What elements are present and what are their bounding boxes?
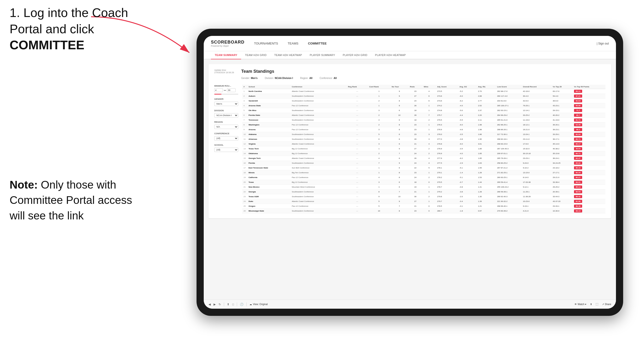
cell-avg-sg: -4.6 [458,127,476,132]
sub-nav-team-h2h-grid[interactable]: TEAM H2H GRID [241,51,270,59]
filter-conference-select[interactable]: (All) [214,136,238,141]
cell-wins: 2 [422,194,436,199]
cell-school: Florida [247,161,290,166]
cell-no-tour: 9 [390,94,408,99]
cell-reg-rank: — [346,99,368,103]
update-time-label: Update time: 27/03/2024 16:56:26 [214,69,234,74]
cell-wins: 2 [422,147,436,151]
cell-conf-rank: 4 [368,175,390,180]
sign-out[interactable]: | Sign out [597,42,609,45]
sub-nav-team-h2h-heatmap[interactable]: TEAM H2H HEATMAP [270,51,306,59]
cell-adj-score: 274.2 [436,103,458,108]
cell-conf-rank: 3 [368,127,390,132]
toolbar-right: 👁 Watch ▾ ⬆ ⛶ ↗ Share [574,303,611,306]
table-row: 18 Illinois Big Ten Conference — 1 8 23 … [242,170,606,175]
nav-committee[interactable]: COMMITTEE [308,41,327,46]
filter-range-separator: – [224,88,226,92]
cell-adj-score: 277.9 [436,156,458,161]
cell-rnds: 23 [408,123,422,127]
region-label: Region: [300,77,308,79]
cell-avg-sg: -3.5 [458,132,476,137]
cell-points: 80.94 [572,132,606,137]
cell-adj-score: 275.7 [436,113,458,118]
cell-low-score: 268 83-15-0 [496,142,522,147]
cell-wins: 3 [422,132,436,137]
cell-wins: 0 [422,204,436,209]
cell-school: Arkansas [247,137,290,142]
table-row: 11 Arkansas Southeastern Conference — 6 … [242,137,606,142]
cell-rank: 10 [242,132,247,137]
sub-nav-player-summary[interactable]: PLAYER SUMMARY [306,51,339,59]
cell-overall: 23-23-1 [522,156,551,161]
view-original-button[interactable]: ☁ View: Original [250,303,268,306]
cell-points: 80.27 [572,175,606,180]
cell-vs25: 43-23-1 [551,103,572,108]
cell-wins: 3 [422,137,436,142]
cell-wins: 0 [422,209,436,213]
cell-rank: 14 [242,151,247,156]
nav-teams[interactable]: TEAMS [288,41,298,46]
cell-reg-rank: — [346,204,368,209]
table-row: 2 Auburn Southeastern Conference — 1 9 2… [242,94,606,99]
cell-no-tour: 9 [390,103,408,108]
col-low-score: Low Score [496,85,522,89]
cell-avg-rd: 1.44 [476,180,496,185]
cell-vs25: 39-6-0 [551,99,572,103]
cell-avg-sg: -6.2 [458,99,476,103]
nav-tournaments[interactable]: TOURNAMENTS [254,41,278,46]
cell-vs25: 41-19-0 [551,118,572,123]
filter-group-division: Division NCAA Division I [214,109,238,118]
cell-conference: Big 12 Conference [290,180,346,185]
sub-nav: TEAM SUMMARY TEAM H2H GRID TEAM H2H HEAT… [204,51,616,59]
share-button[interactable]: ↗ Share [602,303,611,306]
cell-vs25: 33-44-3 [551,194,572,199]
cell-school: Vanderbilt [247,99,290,103]
step-number: 1. [10,6,20,20]
filter-school-select[interactable]: (All) [214,148,238,152]
fullscreen-icon[interactable]: ⛶ [596,303,598,306]
cell-rank: 15 [242,156,247,161]
cell-low-score: 266 59-39-1 [496,189,522,194]
cell-conference: Southeastern Conference [290,118,346,123]
cell-conference: Pac-12 Conference [290,204,346,209]
cell-conf-rank: 7 [368,161,390,166]
filter-division-select[interactable]: NCAA Division I [214,113,238,118]
cell-points: 89.11 [572,89,606,94]
watch-label: Watch [578,303,584,306]
toolbar-clock-icon[interactable]: 🕐 [240,303,244,306]
cell-school: Arizona State [247,103,290,108]
cell-overall: 13-15-0 [522,170,551,175]
toolbar-refresh-icon[interactable]: ↻ [218,303,221,306]
cell-points: 88.38 [572,204,606,209]
cell-avg-rd: 1.85 [476,147,496,151]
toolbar-back-icon[interactable]: ◀ [208,303,211,306]
filter-region-select[interactable]: N/A [214,125,238,129]
cell-school: Tennessee [247,118,290,123]
toolbar-share-icon[interactable]: ⬆ [227,303,229,306]
watch-button[interactable]: 👁 Watch ▾ [574,303,586,306]
toolbar-bookmark-icon[interactable]: □ [232,303,234,306]
toolbar-action-icon[interactable]: ⬆ [590,303,592,306]
cell-overall: 12-14-1 [522,108,551,113]
toolbar-forward-icon[interactable]: ▶ [214,303,216,306]
sub-nav-team-summary[interactable]: TEAM SUMMARY [211,51,241,59]
filter-min-input[interactable] [214,88,223,92]
table-row: 7 Tennessee Southeastern Conference — 4 … [242,118,606,123]
filter-max-input[interactable] [227,88,236,92]
cell-vs25: 29-15-1 [551,108,572,113]
cell-vs25: 33-29-1 [551,132,572,137]
cell-rnds: 26 [408,156,422,161]
cell-school: Texas [247,180,290,185]
sub-nav-player-h2h-grid[interactable]: PLAYER H2H GRID [339,51,371,59]
cell-vs25: 36-24-1 [551,156,572,161]
cell-adj-score: 273.6 [436,99,458,103]
cell-avg-rd: 1.55 [476,166,496,170]
cell-adj-score: 279.5 [436,118,458,123]
cell-conf-rank: 1 [368,185,390,189]
filter-gender-select[interactable]: Men's [214,102,238,106]
cell-rnds: 23 [408,127,422,132]
cell-conf-rank: 1 [368,166,390,170]
cell-avg-rd: 1.28 [476,189,496,194]
cell-rnds: 23 [408,170,422,175]
sub-nav-player-h2h-heatmap[interactable]: PLAYER H2H HEATMAP [371,51,410,59]
